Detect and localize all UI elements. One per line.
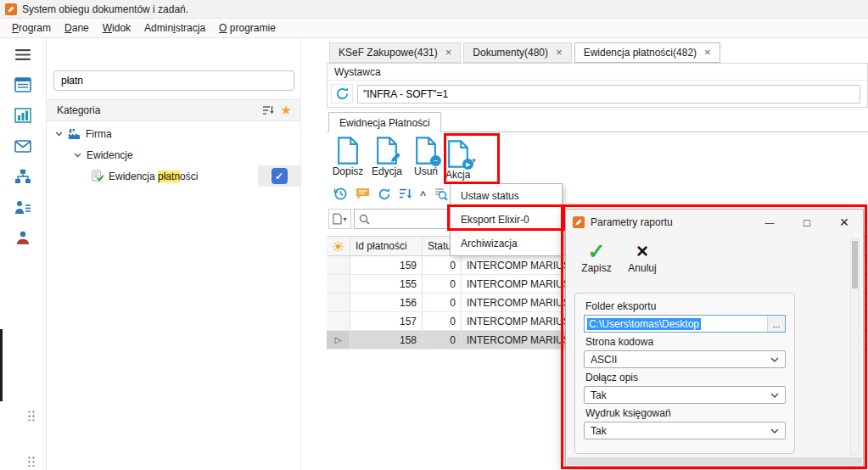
button-label: Usuń bbox=[414, 165, 438, 177]
chevron-down-icon bbox=[770, 428, 779, 434]
menu-item-archiwizacja[interactable]: Archiwizacja bbox=[451, 232, 562, 255]
documents-report-icon[interactable] bbox=[14, 76, 32, 93]
menu-item-administracja[interactable]: Administracja bbox=[137, 20, 212, 36]
tab-close-icon[interactable]: × bbox=[556, 48, 563, 57]
menu-item-ustaw-status[interactable]: Ustaw status bbox=[451, 184, 562, 208]
cell-id: 159 bbox=[350, 256, 423, 274]
grid-toolbar-secondary: ^ bbox=[327, 184, 868, 206]
wystawca-panel: Wystawca bbox=[327, 63, 868, 108]
tree-node-ewidencja-platnosci[interactable]: Ewidencja płatności ✓ bbox=[47, 165, 300, 187]
left-icon-rail bbox=[0, 38, 47, 470]
company-icon bbox=[68, 128, 81, 140]
dopisz-button[interactable]: Dopisz bbox=[328, 137, 367, 184]
akcja-button[interactable]: ▶ Akcja ▾ bbox=[445, 137, 496, 184]
tree-node-firma[interactable]: Firma bbox=[47, 123, 300, 144]
select-value: ASCII bbox=[591, 354, 617, 366]
grid-settings-cell[interactable] bbox=[327, 237, 350, 255]
folder-eksportu-input[interactable]: C:\Users\tomas\Desktop ... bbox=[584, 315, 786, 333]
page-icon bbox=[333, 213, 342, 225]
sort-rows-icon[interactable] bbox=[399, 187, 412, 203]
title-bar: System obiegu dokumentów i zadań. bbox=[0, 0, 868, 19]
dialog-bottom-bar bbox=[567, 457, 862, 465]
drag-grip[interactable] bbox=[27, 410, 36, 421]
tab-label: KSeF Zakupowe(431) bbox=[339, 47, 438, 59]
button-label: Zapisz bbox=[581, 262, 611, 274]
org-structure-icon[interactable] bbox=[14, 168, 32, 185]
collapse-icon[interactable]: ^ bbox=[420, 189, 426, 201]
hamburger-menu-icon[interactable] bbox=[14, 46, 32, 63]
category-header-label: Kategoria bbox=[57, 104, 100, 116]
chart-table-icon[interactable] bbox=[14, 107, 32, 124]
dolacz-opis-select[interactable]: Tak bbox=[584, 386, 786, 404]
edycja-button[interactable]: Edycja bbox=[367, 137, 406, 184]
column-header-id-platnosci[interactable]: Id płatności bbox=[350, 237, 423, 255]
chevron-down-icon[interactable] bbox=[74, 153, 81, 158]
drag-grip[interactable] bbox=[27, 456, 36, 467]
x-icon: × bbox=[636, 240, 648, 262]
category-search-input[interactable] bbox=[53, 70, 294, 91]
search-document-icon[interactable] bbox=[434, 187, 448, 204]
menu-item-dane[interactable]: Dane bbox=[58, 20, 96, 36]
tab-close-icon[interactable]: × bbox=[704, 48, 711, 57]
document-check-icon bbox=[91, 170, 104, 182]
comment-icon[interactable] bbox=[356, 187, 370, 203]
refresh-icon bbox=[335, 87, 350, 101]
anuluj-button[interactable]: × Anuluj bbox=[622, 240, 663, 283]
layout-button[interactable]: ▾ bbox=[328, 209, 351, 229]
refresh-button[interactable] bbox=[331, 84, 353, 104]
settings-sun-icon bbox=[333, 241, 344, 252]
grid-toolbar: Dopisz Edycja − Usuń bbox=[327, 131, 868, 184]
menu-item-program[interactable]: Program bbox=[5, 20, 58, 36]
dialog-title: Parametry raportu bbox=[591, 216, 673, 228]
dialog-title-bar[interactable]: Parametry raportu — □ × bbox=[566, 210, 863, 235]
usun-button[interactable]: − Usuń bbox=[406, 137, 445, 184]
dolacz-opis-label: Dołącz opis bbox=[585, 372, 786, 383]
browse-button[interactable]: ... bbox=[767, 316, 785, 332]
minimize-button[interactable]: — bbox=[751, 210, 788, 235]
document-action-icon: ▶ bbox=[447, 140, 469, 168]
document-remove-icon: − bbox=[415, 137, 437, 165]
wystawca-label: Wystawca bbox=[328, 64, 867, 81]
chevron-down-icon bbox=[770, 357, 779, 362]
chevron-down-icon bbox=[770, 393, 779, 398]
cell-status: 0 bbox=[423, 256, 462, 274]
button-label: Akcja bbox=[445, 169, 470, 181]
dialog-scrollbar[interactable] bbox=[850, 238, 860, 456]
check-icon: ✓ bbox=[275, 171, 283, 182]
user-tasks-icon[interactable] bbox=[14, 199, 32, 215]
strona-kodowa-select[interactable]: ASCII bbox=[584, 350, 786, 368]
checkbox-cell: ✓ bbox=[258, 165, 300, 187]
category-header[interactable]: Kategoria ★ bbox=[47, 99, 300, 121]
wystawca-filter-input[interactable] bbox=[357, 85, 860, 104]
document-add-icon bbox=[337, 137, 359, 165]
tree-node-label: Ewidencja płatności bbox=[109, 171, 198, 182]
maximize-button[interactable]: □ bbox=[788, 210, 826, 235]
chevron-down-icon[interactable] bbox=[55, 131, 63, 137]
dock-indicator bbox=[0, 329, 3, 401]
tab-ewidencja-platnosci[interactable]: Ewidencja płatności(482) × bbox=[574, 42, 720, 63]
menu-item-widok[interactable]: Widok bbox=[96, 20, 137, 36]
tab-dokumenty[interactable]: Dokumenty(480) × bbox=[463, 42, 571, 63]
user-icon[interactable] bbox=[14, 229, 32, 246]
node-checkbox[interactable]: ✓ bbox=[272, 168, 288, 184]
window-title: System obiegu dokumentów i zadań. bbox=[22, 3, 188, 15]
row-indicator-cell: ▷ bbox=[327, 331, 350, 349]
zapisz-button[interactable]: ✓ Zapisz bbox=[576, 240, 617, 283]
menu-item-o-programie[interactable]: O programie bbox=[212, 20, 283, 36]
document-tabs: KSeF Zakupowe(431) × Dokumenty(480) × Ew… bbox=[329, 42, 720, 63]
scrollbar-thumb[interactable] bbox=[852, 241, 858, 288]
wydruk-ksiegowan-select[interactable]: Tak bbox=[584, 422, 786, 439]
sort-icon[interactable] bbox=[262, 105, 274, 115]
menu-item-eksport-elixir-0[interactable]: Eksport Elixir-0 bbox=[451, 208, 562, 232]
tab-close-icon[interactable]: × bbox=[445, 48, 452, 57]
history-icon[interactable] bbox=[333, 187, 348, 204]
tab-label: Dokumenty(480) bbox=[473, 47, 548, 59]
mail-icon[interactable] bbox=[14, 137, 32, 154]
tab-ksef-zakupowe[interactable]: KSeF Zakupowe(431) × bbox=[329, 42, 461, 63]
tree-node-ewidencje[interactable]: Ewidencje bbox=[47, 144, 300, 165]
grid-tab-ewidencja-platnosci[interactable]: Ewidnecja Płatności bbox=[328, 112, 441, 132]
close-button[interactable]: × bbox=[826, 210, 863, 235]
refresh-icon[interactable] bbox=[378, 187, 391, 204]
favorites-star-icon[interactable]: ★ bbox=[281, 104, 292, 116]
select-value: Tak bbox=[591, 425, 607, 437]
